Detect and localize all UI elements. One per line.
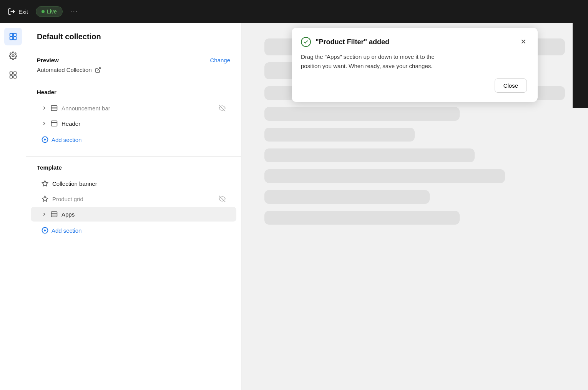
svg-rect-7 (13, 72, 16, 74)
add-circle-icon-2 (42, 227, 48, 234)
apps-item[interactable]: Apps (31, 207, 236, 222)
skeleton-bar (264, 107, 460, 121)
header-icon (51, 120, 58, 127)
svg-rect-8 (10, 76, 12, 78)
skeleton-bar (264, 169, 505, 183)
skeleton-bar (264, 211, 460, 225)
svg-rect-4 (13, 37, 16, 40)
sidebar-item-settings[interactable] (4, 47, 22, 65)
announcement-bar-icon (51, 105, 58, 112)
live-dot (42, 10, 45, 13)
sidebar-icons (0, 23, 26, 390)
template-section-title: Template (26, 164, 241, 175)
template-add-section-label: Add section (51, 227, 81, 234)
toast-body: Drag the "Apps" section up or down to mo… (301, 52, 527, 71)
settings-icon (9, 52, 17, 60)
collection-banner-name: Collection banner (52, 180, 226, 187)
header-section-title: Header (26, 89, 241, 100)
product-grid-item[interactable]: Product grid (31, 192, 236, 206)
toast-close-button[interactable] (520, 38, 527, 46)
external-link-icon (95, 67, 101, 73)
svg-rect-6 (10, 72, 12, 74)
product-grid-name: Product grid (52, 196, 215, 202)
toast-overlay: "Product Filter" added Drag the "Apps" s… (292, 28, 538, 102)
skeleton-bar (264, 128, 415, 142)
svg-rect-15 (51, 121, 57, 126)
header-item[interactable]: Header (31, 116, 236, 131)
main-layout: Default collection Preview Change Automa… (0, 23, 588, 390)
header-section-group: Header Announcement bar (26, 81, 241, 157)
apps-chevron-icon (42, 212, 47, 217)
x-icon (520, 38, 527, 45)
product-grid-icon (42, 195, 48, 202)
toast-footer: Close (301, 78, 527, 93)
live-badge: Live (36, 6, 63, 17)
chevron-icon (42, 105, 47, 111)
more-label: ··· (70, 8, 78, 15)
topbar: Exit Live ··· (0, 0, 588, 23)
template-section-group: Template Collection banner Product grid (26, 157, 241, 247)
more-options-button[interactable]: ··· (70, 8, 78, 16)
exit-button[interactable]: Exit (8, 8, 28, 15)
preview-section: Preview Change Automated Collection (26, 49, 241, 81)
announcement-bar-item[interactable]: Announcement bar (31, 101, 236, 115)
toast-body-line1: Drag the "Apps" section up or down to mo… (301, 53, 435, 60)
preview-value: Automated Collection (37, 67, 230, 73)
svg-rect-11 (51, 105, 57, 111)
apps-section-icon (51, 211, 58, 218)
svg-point-5 (12, 55, 14, 57)
check-circle-icon (301, 37, 311, 47)
svg-rect-1 (10, 33, 12, 36)
eye-off-icon (219, 105, 226, 112)
collection-banner-item[interactable]: Collection banner (31, 176, 236, 191)
toast-title: "Product Filter" added (316, 38, 389, 46)
svg-line-10 (97, 68, 100, 70)
svg-rect-3 (10, 37, 12, 40)
change-button[interactable]: Change (210, 57, 230, 63)
header-add-section-button[interactable]: Add section (31, 132, 92, 147)
apps-name: Apps (61, 211, 226, 218)
add-circle-icon (42, 136, 48, 143)
toast-title-row: "Product Filter" added (301, 37, 389, 47)
sections-icon (9, 32, 17, 41)
preview-label: Preview (37, 57, 59, 63)
preview-collection-name: Automated Collection (37, 67, 92, 73)
toast-body-line2: position you want. When ready, save your… (301, 63, 432, 69)
collection-header: Default collection (26, 23, 241, 49)
sidebar-item-sections[interactable] (4, 28, 22, 45)
toast-close-btn[interactable]: Close (495, 78, 527, 93)
exit-label: Exit (18, 8, 28, 15)
skeleton-bar (264, 148, 475, 162)
preview-area: "Product Filter" added Drag the "Apps" s… (241, 23, 588, 390)
dark-strip (573, 23, 588, 108)
toast-header: "Product Filter" added (301, 37, 527, 47)
exit-icon (8, 8, 15, 15)
header-add-section-label: Add section (51, 137, 81, 143)
product-grid-eye-off-icon (219, 195, 226, 202)
template-add-section-button[interactable]: Add section (31, 223, 92, 238)
chevron-icon (42, 121, 47, 126)
header-name: Header (61, 120, 226, 127)
svg-rect-2 (13, 33, 16, 36)
announcement-bar-name: Announcement bar (61, 105, 215, 112)
collection-title: Default collection (37, 32, 230, 41)
sidebar-item-apps[interactable] (4, 66, 22, 84)
svg-rect-21 (51, 212, 57, 217)
apps-grid-icon (9, 71, 17, 79)
live-label: Live (47, 8, 57, 15)
svg-rect-9 (13, 76, 16, 78)
skeleton-bar (264, 190, 430, 204)
left-panel: Default collection Preview Change Automa… (26, 23, 241, 390)
collection-banner-icon (42, 180, 48, 187)
